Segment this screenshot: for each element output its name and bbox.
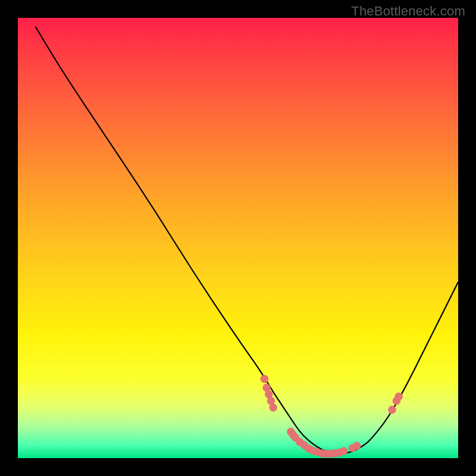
data-marker: [261, 375, 268, 383]
chart-plot-area: [18, 18, 458, 458]
data-marker: [340, 447, 347, 455]
bottleneck-curve: [36, 27, 458, 454]
data-marker: [353, 442, 361, 450]
data-marker: [270, 403, 277, 411]
data-markers: [261, 375, 403, 458]
watermark-text: TheBottleneck.com: [351, 4, 465, 19]
chart-svg: [18, 18, 458, 458]
data-marker: [395, 393, 403, 400]
data-marker: [389, 406, 396, 414]
